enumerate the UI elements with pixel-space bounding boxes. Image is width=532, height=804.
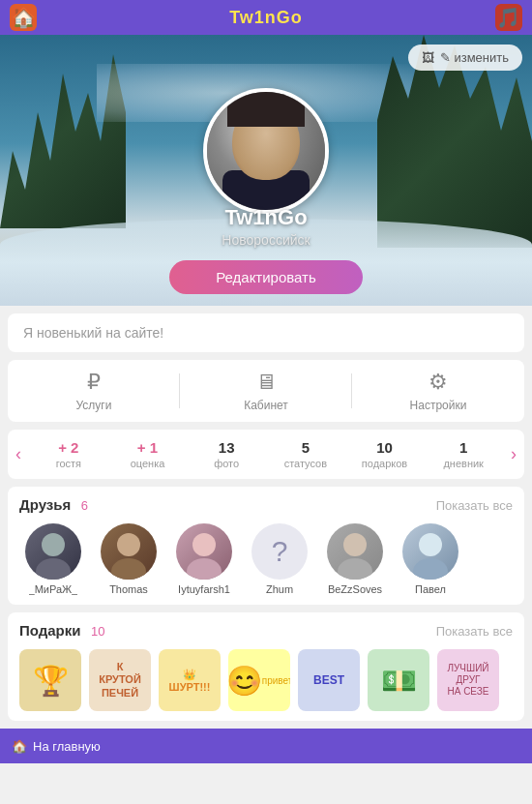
svg-point-1 <box>36 558 71 580</box>
gifts-header: Подарки 10 Показать все <box>19 622 513 640</box>
cover-section: 🖼 ✎ изменить Tw1nGo Новороссийск Редакти… <box>0 35 532 306</box>
stat-guests-label: гостя <box>56 458 81 469</box>
stat-statuses-value: 5 <box>302 439 310 456</box>
stats-prev-button[interactable]: ‹ <box>8 444 29 464</box>
stat-statuses-label: статусов <box>284 458 327 469</box>
friend-item-pavel[interactable]: Павел <box>397 523 464 595</box>
stat-rating-value: + 1 <box>137 439 158 456</box>
stat-diary-value: 1 <box>459 439 467 456</box>
stat-photos-value: 13 <box>219 439 235 456</box>
user-name: Tw1nGo <box>0 205 532 230</box>
friends-title-group: Друзья 6 <box>19 496 88 514</box>
stats-next-button[interactable]: › <box>503 444 524 464</box>
friends-row: _МиРаЖ_ Thomas Iytuyfarsh1 ? Zhum <box>19 523 513 595</box>
gift-item-2[interactable]: ККРУТОЙПЕЧЕЙ <box>89 649 151 711</box>
friend-avatar-zhum: ? <box>251 523 308 580</box>
stat-guests[interactable]: + 2 гостя <box>29 439 108 469</box>
menu-item-cabinet[interactable]: 🖥 Кабинет <box>180 370 352 412</box>
stat-diary-label: дневник <box>443 458 484 469</box>
stat-diary[interactable]: 1 дневник <box>424 439 503 469</box>
menu-item-settings[interactable]: ⚙ Настройки <box>352 370 524 412</box>
gifts-title-group: Подарки 10 <box>19 622 104 640</box>
music-icon[interactable]: 🎵 <box>495 4 522 31</box>
gifts-row: 🏆 ККРУТОЙПЕЧЕЙ 👑ШУРТ!!! 😊привет BEST 💵 Л… <box>19 649 513 711</box>
friend-item-iytuyfarsh[interactable]: Iytuyfarsh1 <box>170 523 238 595</box>
avatar-inner <box>207 92 325 210</box>
svg-point-2 <box>117 533 140 556</box>
gift-item-3[interactable]: 👑ШУРТ!!! <box>159 649 221 711</box>
services-icon: ₽ <box>87 370 101 395</box>
stat-gifts-value: 10 <box>376 439 393 456</box>
friends-header: Друзья 6 Показать все <box>19 496 513 514</box>
friend-avatar-bezzoves <box>327 523 383 580</box>
user-info: Tw1nGo Новороссийск <box>0 205 532 248</box>
menu-item-services[interactable]: ₽ Услуги <box>8 370 180 412</box>
services-label: Услуги <box>76 399 112 412</box>
stats-bar: ‹ + 2 гостя + 1 оценка 13 фото 5 статусо… <box>8 430 524 479</box>
friend-name-mirazh: _МиРаЖ_ <box>29 583 78 595</box>
friend-name-iytuyfarsh: Iytuyfarsh1 <box>178 583 230 595</box>
gift-item-6[interactable]: 💵 <box>368 649 429 711</box>
app-title: Tw1nGo <box>229 8 303 28</box>
gifts-section: Подарки 10 Показать все 🏆 ККРУТОЙПЕЧЕЙ 👑… <box>8 612 524 721</box>
friend-name-pavel: Павел <box>415 583 446 595</box>
top-bar: 🏠 Tw1nGo 🎵 <box>0 0 532 35</box>
svg-point-6 <box>343 533 367 556</box>
friend-avatar-iytuyfarsh <box>176 523 232 580</box>
stat-rating-label: оценка <box>131 458 165 469</box>
friend-avatar-pavel <box>402 523 458 580</box>
avatar <box>203 88 329 214</box>
gifts-show-all[interactable]: Показать все <box>436 624 513 639</box>
friend-item-bezzoves[interactable]: BeZzSoves <box>321 523 389 595</box>
friend-item-zhum[interactable]: ? Zhum <box>246 523 313 595</box>
stat-photos-label: фото <box>214 458 239 469</box>
stat-photos[interactable]: 13 фото <box>187 439 266 469</box>
user-city: Новороссийск <box>0 232 532 248</box>
svg-point-0 <box>42 533 65 556</box>
stat-rating[interactable]: + 1 оценка <box>108 439 188 469</box>
stat-statuses[interactable]: 5 статусов <box>266 439 345 469</box>
friend-item-thomas[interactable]: Thomas <box>95 523 163 595</box>
gifts-count: 10 <box>91 624 104 639</box>
gift-item-4[interactable]: 😊привет <box>228 649 290 711</box>
home-nav-icon: 🏠 <box>12 739 27 754</box>
home-icon[interactable]: 🏠 <box>10 4 37 31</box>
status-text: Я новенький на сайте! <box>23 325 163 341</box>
svg-point-5 <box>187 558 222 580</box>
friend-item-mirazh[interactable]: _МиРаЖ_ <box>19 523 87 595</box>
svg-point-8 <box>419 533 442 556</box>
friends-section: Друзья 6 Показать все _МиРаЖ_ Thomas <box>8 487 524 605</box>
stat-gifts[interactable]: 10 подарков <box>345 439 425 469</box>
home-nav-label: На главную <box>33 739 101 754</box>
friend-name-zhum: Zhum <box>266 583 293 595</box>
avatar-hair <box>227 88 305 127</box>
svg-point-7 <box>338 558 372 580</box>
cabinet-icon: 🖥 <box>255 370 277 395</box>
change-btn-label: ✎ изменить <box>440 50 509 65</box>
friend-name-bezzoves: BeZzSoves <box>328 583 382 595</box>
avatar-face <box>232 103 300 180</box>
friends-show-all[interactable]: Показать все <box>436 498 513 513</box>
svg-point-3 <box>111 558 146 580</box>
edit-btn-wrap: Редактировать <box>169 260 363 294</box>
stats-scroll: + 2 гостя + 1 оценка 13 фото 5 статусов … <box>29 439 503 469</box>
change-cover-button[interactable]: 🖼 ✎ изменить <box>408 45 522 71</box>
edit-profile-button[interactable]: Редактировать <box>169 260 363 294</box>
bottom-nav: 🏠 На главную <box>0 729 532 763</box>
menu-bar: ₽ Услуги 🖥 Кабинет ⚙ Настройки <box>8 360 524 422</box>
gift-item-1[interactable]: 🏆 <box>19 649 81 711</box>
svg-point-9 <box>413 558 448 580</box>
settings-label: Настройки <box>410 399 467 412</box>
home-nav-button[interactable]: 🏠 На главную <box>12 739 101 754</box>
friends-count: 6 <box>81 498 88 513</box>
gift-item-7[interactable]: ЛУЧШИЙДРУГНА СЕЗЕ <box>437 649 499 711</box>
settings-icon: ⚙ <box>429 370 448 395</box>
stat-gifts-label: подарков <box>362 458 407 469</box>
change-icon: 🖼 <box>422 50 434 65</box>
cabinet-label: Кабинет <box>244 399 288 412</box>
friend-avatar-thomas <box>101 523 157 580</box>
friends-title: Друзья <box>19 496 71 513</box>
friend-name-thomas: Thomas <box>109 583 148 595</box>
gift-item-5[interactable]: BEST <box>298 649 360 711</box>
status-bar: Я новенький на сайте! <box>8 313 524 352</box>
